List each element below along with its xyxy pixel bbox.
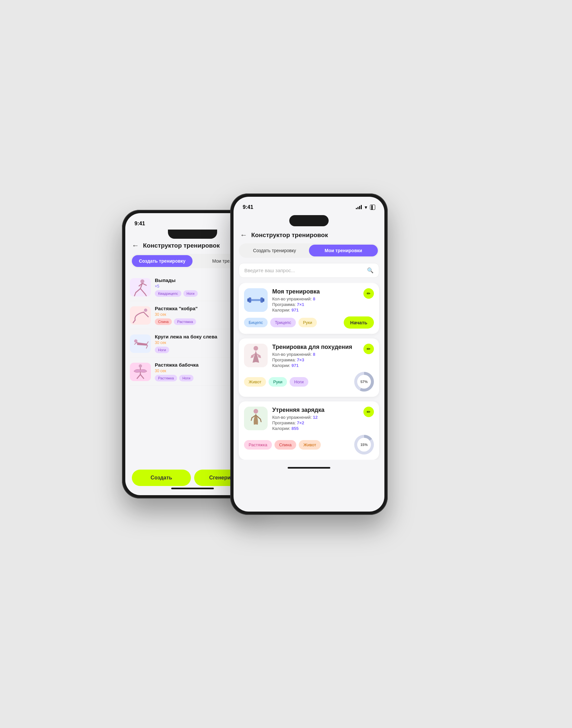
phone-front: 9:41 ▼ ▌ ← Конструктор тренировок (230, 194, 388, 515)
edit-button-2[interactable]: ✏ (363, 344, 374, 354)
svg-rect-20 (251, 299, 261, 301)
svg-point-26 (254, 409, 258, 414)
exercise-thumb-2 (130, 306, 151, 324)
card-info-1: Моя тренировка Кол-во упражнений: 8 Прог… (272, 288, 359, 313)
card-header-1: Моя тренировка Кол-во упражнений: 8 Прог… (244, 288, 374, 313)
tag-biceps: Бицепс (244, 318, 268, 327)
svg-line-4 (140, 289, 145, 294)
svg-line-5 (145, 294, 146, 296)
tag-zhivot-2: Живот (244, 377, 266, 387)
dynamic-island (289, 215, 329, 226)
tab-create-front[interactable]: Создать тренировку (240, 245, 309, 257)
search-bar[interactable]: Введите ваш запрос... 🔍 (239, 263, 379, 278)
card-title-2: Тренировка для похудения (272, 344, 359, 351)
tab-my-front[interactable]: Мои тренировки (309, 245, 378, 257)
card-image-1 (244, 288, 268, 312)
tag-rastjazhka-4: Растяжка (155, 375, 177, 381)
tag-nogi-2: Ноги (290, 377, 308, 387)
svg-point-0 (140, 279, 144, 283)
back-arrow-back[interactable]: ← (132, 241, 139, 250)
card-image-3 (244, 407, 268, 430)
svg-line-14 (147, 342, 148, 344)
card-header-2: Тренировка для похудения Кол-во упражнен… (244, 344, 374, 369)
notch-back (168, 229, 217, 239)
card-calories-1: Калории: 971 (272, 308, 359, 312)
workout-card-3: Утренняя зарядка Кол-во упражнений: 12 П… (239, 402, 379, 460)
progress-label-3: 15% (357, 438, 371, 451)
svg-line-17 (137, 374, 140, 378)
card-image-2 (244, 344, 268, 367)
tag-ruki-1: Руки (298, 318, 317, 327)
svg-rect-23 (247, 298, 249, 302)
status-time-back: 9:41 (135, 221, 145, 227)
svg-point-8 (144, 309, 147, 312)
back-arrow-front[interactable]: ← (240, 231, 247, 239)
svg-line-15 (146, 346, 148, 348)
card-info-2: Тренировка для похудения Кол-во упражнен… (272, 344, 359, 369)
page-title-front: Конструктор тренировок (251, 231, 328, 239)
battery-icon-front: ▌ (370, 205, 375, 210)
exercise-thumb-3 (130, 335, 151, 353)
svg-line-10 (144, 312, 146, 315)
card-footer-1: Бицепс Трицепс Руки Начать (244, 316, 374, 329)
workout-list: Моя тренировка Кол-во упражнений: 8 Прог… (233, 283, 384, 460)
card-program-1: Программа: 7×1 (272, 302, 359, 307)
create-button-back[interactable]: Создать (132, 469, 191, 486)
card-footer-2: Живот Руки Ноги 57% (244, 372, 374, 391)
workout-card-2: Тренировка для похудения Кол-во упражнен… (239, 339, 379, 397)
nav-bar-front: ← Конструктор тренировок (233, 228, 384, 243)
edit-button-3[interactable]: ✏ (363, 407, 374, 417)
workout-card-1: Моя тренировка Кол-во упражнений: 8 Прог… (239, 283, 379, 334)
scene: 9:41 ← Конструктор тренировок Создать (122, 184, 450, 544)
tag-nogi-4: Ноги (179, 375, 194, 381)
page-title-back: Конструктор тренировок (143, 242, 220, 249)
card-calories-3: Калории: 855 (272, 426, 359, 431)
card-exercises-2: Кол-во упражнений: 8 (272, 352, 359, 357)
segment-tabs-front: Создать тренировку Мои тренировки (239, 243, 379, 258)
exercise-thumb-1 (130, 278, 151, 296)
card-title-1: Моя тренировка (272, 288, 359, 295)
svg-point-16 (139, 364, 142, 368)
svg-line-2 (136, 289, 140, 293)
tag-spina-2: Спина (155, 318, 172, 325)
card-footer-3: Растяжка Спина Живот 15% (244, 435, 374, 454)
card-title-3: Утренняя зарядка (272, 407, 359, 414)
progress-label-2: 57% (357, 375, 371, 388)
status-icons-front: ▼ ▌ (356, 205, 375, 210)
tag-rastjazhka-2: Растяжка (174, 318, 196, 325)
card-info-3: Утренняя зарядка Кол-во упражнений: 12 П… (272, 407, 359, 432)
progress-circle-3: 15% (354, 435, 374, 454)
card-exercises-3: Кол-во упражнений: 12 (272, 415, 359, 420)
tag-nogi-1: Ноги (183, 290, 198, 297)
card-exercises-1: Кол-во упражнений: 8 (272, 296, 359, 301)
svg-line-3 (135, 293, 136, 296)
search-placeholder: Введите ваш запрос... (244, 268, 364, 273)
tag-rastjazhka-3: Растяжка (244, 440, 272, 450)
status-time-front: 9:41 (243, 204, 253, 210)
tag-zhivot-3: Живот (299, 440, 321, 450)
wifi-icon-front: ▼ (364, 205, 368, 210)
svg-line-7 (142, 283, 146, 285)
svg-point-25 (254, 346, 258, 351)
tag-triceps: Трицепс (270, 318, 296, 327)
card-program-2: Программа: 7×3 (272, 357, 359, 362)
status-bar-front: 9:41 ▼ ▌ (233, 197, 384, 213)
svg-line-9 (133, 320, 135, 323)
svg-rect-24 (262, 298, 264, 302)
tab-create-back[interactable]: Создать тренировку (132, 255, 193, 267)
tag-nogi-3: Ноги (155, 347, 169, 353)
card-program-3: Программа: 7×2 (272, 420, 359, 425)
start-button-1[interactable]: Начать (344, 316, 374, 329)
exercise-thumb-4 (130, 363, 151, 381)
home-indicator-front (288, 467, 330, 468)
tag-kvadriceps: Квадрицепс (155, 290, 182, 297)
tag-spina-3: Спина (275, 440, 296, 450)
svg-line-11 (146, 315, 148, 317)
edit-button-1[interactable]: ✏ (363, 288, 374, 299)
search-icon: 🔍 (367, 267, 373, 274)
progress-circle-2: 57% (354, 372, 374, 391)
card-header-3: Утренняя зарядка Кол-во упражнений: 12 П… (244, 407, 374, 432)
card-calories-2: Калории: 971 (272, 363, 359, 368)
signal-icon-front (356, 205, 362, 209)
svg-line-18 (140, 374, 144, 378)
